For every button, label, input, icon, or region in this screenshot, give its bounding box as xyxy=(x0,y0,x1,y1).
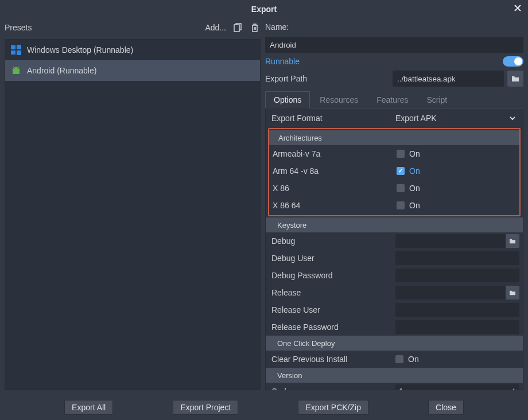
svg-rect-4 xyxy=(17,50,21,55)
svg-rect-0 xyxy=(234,25,239,32)
on-label: On xyxy=(409,201,420,210)
export-path-label: Export Path xyxy=(265,74,307,83)
version-code-row: Code 1 xyxy=(266,383,523,390)
debug-password-row: Debug Password xyxy=(266,267,523,284)
folder-icon xyxy=(509,290,516,295)
export-path-input[interactable] xyxy=(393,71,504,87)
arch-x8664-checkbox[interactable] xyxy=(397,201,405,209)
debug-user-input[interactable] xyxy=(395,251,519,265)
release-browse-button[interactable] xyxy=(506,286,519,300)
close-button[interactable]: Close xyxy=(428,400,464,415)
release-password-label: Release Password xyxy=(271,322,392,332)
chevron-down-icon xyxy=(509,115,516,122)
debug-password-label: Debug Password xyxy=(271,271,392,280)
export-format-row: Export Format Export APK xyxy=(266,110,523,127)
release-label: Release xyxy=(271,288,392,297)
svg-rect-2 xyxy=(17,45,21,49)
on-label: On xyxy=(408,355,419,364)
runnable-toggle[interactable] xyxy=(503,56,523,67)
spin-arrows-icon xyxy=(511,388,516,391)
tab-features[interactable]: Features xyxy=(368,91,417,108)
presets-label: Presets xyxy=(5,23,32,32)
preset-item-windows[interactable]: Windows Desktop (Runnable) xyxy=(5,40,260,60)
on-label: On xyxy=(409,184,420,193)
svg-point-6 xyxy=(14,68,15,69)
android-icon xyxy=(10,64,22,77)
release-password-input[interactable] xyxy=(395,320,519,334)
release-user-row: Release User xyxy=(266,301,523,318)
export-format-label: Export Format xyxy=(271,114,392,123)
release-input[interactable] xyxy=(395,286,506,300)
export-path-browse-button[interactable] xyxy=(507,71,523,87)
arch-x86-checkbox[interactable] xyxy=(397,184,405,192)
copy-icon xyxy=(234,23,242,32)
tab-resources[interactable]: Resources xyxy=(311,91,367,108)
clear-previous-row: Clear Previous Install On xyxy=(266,351,523,368)
release-user-input[interactable] xyxy=(395,303,519,317)
arch-armeabi-checkbox[interactable] xyxy=(397,150,405,158)
on-label: On xyxy=(409,166,420,176)
one-click-header: One Click Deploy xyxy=(266,336,523,351)
presets-column: Presets Add... Windows Desktop (Ru xyxy=(5,18,261,390)
name-label: Name: xyxy=(265,22,289,32)
clear-previous-checkbox[interactable] xyxy=(395,355,403,363)
arch-arm64-row: Arm 64 -v 8a On xyxy=(269,162,519,180)
preset-item-label: Windows Desktop (Runnable) xyxy=(27,45,133,55)
on-label: On xyxy=(409,149,420,158)
debug-user-label: Debug User xyxy=(271,254,392,263)
tab-script[interactable]: Script xyxy=(418,91,456,108)
options-panel[interactable]: Export Format Export APK Architectures A… xyxy=(265,108,523,390)
tabs: Options Resources Features Script xyxy=(265,91,523,108)
version-code-input[interactable]: 1 xyxy=(395,384,519,390)
arch-label: Armeabi-v 7a xyxy=(273,149,393,158)
delete-preset-button[interactable] xyxy=(249,22,261,33)
footer: Export All Export Project Export PCK/Zip… xyxy=(0,395,528,420)
architectures-header: Architectures xyxy=(269,130,519,145)
debug-label: Debug xyxy=(271,236,392,246)
release-row: Release xyxy=(266,284,523,301)
export-format-dropdown[interactable]: Export APK xyxy=(395,111,519,125)
debug-password-input[interactable] xyxy=(395,269,519,282)
export-pck-button[interactable]: Export PCK/Zip xyxy=(298,400,368,415)
release-password-row: Release Password xyxy=(266,318,523,336)
svg-rect-3 xyxy=(11,50,15,55)
arch-label: X 86 xyxy=(273,184,393,193)
arch-label: X 86 64 xyxy=(273,201,393,210)
add-preset-button[interactable]: Add... xyxy=(205,23,226,32)
svg-rect-1 xyxy=(11,45,15,49)
folder-icon xyxy=(509,238,516,244)
debug-user-row: Debug User xyxy=(266,250,523,267)
version-code-value: 1 xyxy=(399,387,403,390)
release-user-label: Release User xyxy=(271,305,392,314)
preset-item-android[interactable]: Android (Runnable) xyxy=(5,60,260,81)
version-code-label: Code xyxy=(271,387,392,390)
arch-x8664-row: X 86 64 On xyxy=(269,197,519,214)
runnable-label: Runnable xyxy=(265,57,300,66)
arch-label: Arm 64 -v 8a xyxy=(273,166,393,176)
arch-armeabi-row: Armeabi-v 7a On xyxy=(269,145,519,162)
window-close-button[interactable] xyxy=(512,2,523,14)
debug-browse-button[interactable] xyxy=(506,234,519,248)
clear-previous-label: Clear Previous Install xyxy=(271,355,392,364)
svg-rect-5 xyxy=(13,69,20,74)
arch-arm64-checkbox[interactable] xyxy=(397,167,405,175)
export-project-button[interactable]: Export Project xyxy=(173,400,238,415)
copy-preset-button[interactable] xyxy=(232,22,243,33)
titlebar: Export xyxy=(0,0,528,18)
debug-row: Debug xyxy=(266,232,523,250)
tab-options[interactable]: Options xyxy=(265,91,310,108)
folder-icon xyxy=(511,75,519,82)
version-header: Version xyxy=(266,368,523,383)
settings-column: Name: Runnable Export Path Options Resou… xyxy=(265,18,523,390)
export-all-button[interactable]: Export All xyxy=(64,400,113,415)
svg-point-7 xyxy=(17,68,18,69)
export-dialog: Export Presets Add... xyxy=(0,0,528,420)
window-title: Export xyxy=(251,5,277,14)
keystore-header: Keystore xyxy=(266,217,523,232)
preset-name-input[interactable] xyxy=(265,37,523,53)
trash-icon xyxy=(251,23,259,32)
preset-item-label: Android (Runnable) xyxy=(27,66,96,75)
windows-icon xyxy=(10,44,22,56)
arch-x86-row: X 86 On xyxy=(269,180,519,197)
debug-input[interactable] xyxy=(395,234,506,248)
